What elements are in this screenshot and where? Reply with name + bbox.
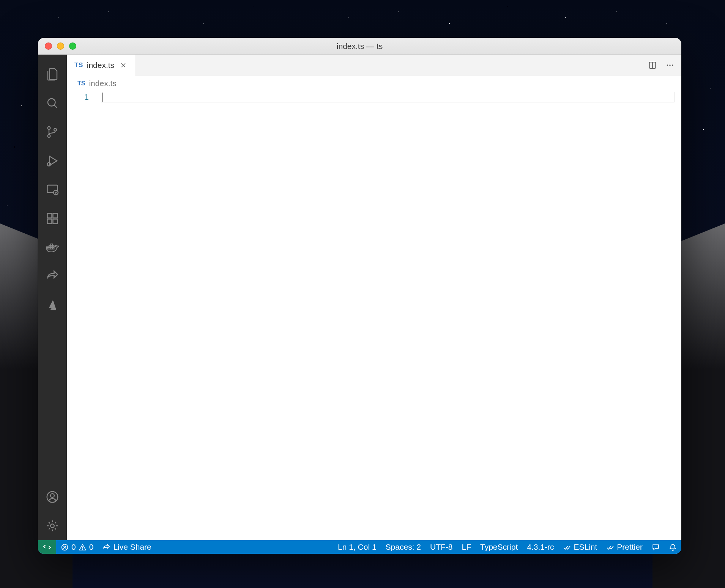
- line-number-gutter: 1: [67, 91, 101, 540]
- breadcrumb[interactable]: TS index.ts: [67, 76, 681, 91]
- remote-icon: [43, 543, 51, 551]
- azure-icon: [46, 298, 59, 312]
- split-editor-icon: [648, 61, 657, 69]
- git-branch-icon: [46, 125, 59, 139]
- activity-extensions[interactable]: [38, 204, 67, 233]
- window-minimize-button[interactable]: [57, 42, 64, 50]
- svg-point-0: [48, 99, 55, 106]
- activity-source-control[interactable]: [38, 118, 67, 146]
- status-remote-button[interactable]: [38, 540, 56, 554]
- line-number: 1: [67, 93, 89, 102]
- editor-actions: [645, 55, 681, 76]
- svg-point-15: [50, 524, 54, 528]
- activity-settings[interactable]: [38, 511, 67, 540]
- status-feedback[interactable]: [647, 540, 664, 554]
- activity-search[interactable]: [38, 89, 67, 118]
- svg-point-3: [48, 135, 50, 137]
- activity-run-debug[interactable]: [38, 146, 67, 175]
- window-controls: [45, 42, 76, 50]
- files-icon: [46, 68, 59, 81]
- activity-explorer[interactable]: [38, 60, 67, 89]
- tab-close-button[interactable]: [118, 60, 129, 71]
- status-language-mode[interactable]: TypeScript: [476, 540, 522, 554]
- status-error-count: 0: [71, 542, 76, 552]
- status-problems[interactable]: 0 0: [56, 540, 98, 554]
- svg-point-14: [50, 494, 54, 497]
- status-eol[interactable]: LF: [457, 540, 476, 554]
- current-line-highlight: [101, 92, 675, 102]
- live-share-icon: [102, 543, 110, 551]
- status-live-share[interactable]: Live Share: [98, 540, 156, 554]
- text-cursor: [102, 93, 102, 102]
- svg-rect-9: [47, 214, 52, 218]
- status-prettier[interactable]: Prettier: [602, 540, 647, 554]
- status-typescript-version[interactable]: 4.3.1-rc: [522, 540, 558, 554]
- warning-icon: [79, 543, 87, 551]
- svg-point-27: [82, 549, 83, 549]
- split-editor-button[interactable]: [645, 58, 660, 73]
- editor-more-actions-button[interactable]: [662, 58, 678, 73]
- window-zoom-button[interactable]: [69, 42, 76, 50]
- typescript-file-icon: TS: [74, 61, 83, 69]
- breadcrumb-filename: index.ts: [89, 79, 116, 88]
- activity-docker[interactable]: [38, 233, 67, 262]
- activity-live-share[interactable]: [38, 262, 67, 291]
- ellipsis-icon: [666, 61, 674, 69]
- svg-point-6: [47, 163, 51, 166]
- tab-filename: index.ts: [87, 61, 114, 70]
- svg-point-21: [669, 64, 671, 66]
- svg-rect-10: [47, 219, 52, 224]
- status-notifications[interactable]: [664, 540, 681, 554]
- activity-azure[interactable]: [38, 291, 67, 319]
- status-live-share-label: Live Share: [113, 542, 151, 552]
- svg-point-2: [48, 127, 50, 129]
- activity-accounts[interactable]: [38, 483, 67, 511]
- error-icon: [61, 543, 69, 551]
- vscode-window: index.ts — ts: [38, 38, 681, 554]
- svg-point-4: [54, 129, 57, 131]
- gear-icon: [46, 519, 59, 533]
- bell-icon: [669, 543, 677, 551]
- extensions-icon: [46, 212, 59, 225]
- status-cursor-position[interactable]: Ln 1, Col 1: [333, 540, 381, 554]
- status-warning-count: 0: [89, 542, 94, 552]
- status-eslint[interactable]: ESLint: [558, 540, 602, 554]
- play-bug-icon: [46, 154, 59, 168]
- window-titlebar[interactable]: index.ts — ts: [38, 38, 681, 55]
- window-title: index.ts — ts: [38, 42, 681, 51]
- code-surface[interactable]: [101, 91, 681, 540]
- activity-remote-explorer[interactable]: [38, 175, 67, 204]
- editor-tab-bar: TS index.ts: [67, 55, 681, 76]
- svg-line-1: [54, 105, 57, 108]
- text-editor[interactable]: 1: [67, 91, 681, 540]
- docker-whale-icon: [46, 241, 59, 254]
- status-bar: 0 0 Live Share Ln 1, Col 1 Spaces: 2 UTF…: [38, 540, 681, 554]
- account-icon: [46, 490, 59, 504]
- double-check-icon: [563, 543, 571, 551]
- editor-group: TS index.ts TS ind: [67, 55, 681, 540]
- window-close-button[interactable]: [45, 42, 52, 50]
- share-arrow-icon: [46, 269, 59, 283]
- status-encoding[interactable]: UTF-8: [426, 540, 457, 554]
- status-indentation[interactable]: Spaces: 2: [381, 540, 426, 554]
- svg-rect-12: [53, 214, 58, 218]
- typescript-file-icon: TS: [77, 80, 85, 87]
- search-icon: [46, 96, 59, 110]
- remote-monitor-icon: [46, 183, 59, 197]
- svg-point-20: [667, 64, 668, 66]
- close-icon: [120, 62, 126, 68]
- activity-bar: [38, 55, 67, 540]
- editor-tab-index-ts[interactable]: TS index.ts: [67, 55, 135, 76]
- svg-rect-11: [53, 219, 58, 224]
- feedback-icon: [652, 543, 660, 551]
- svg-point-22: [672, 64, 673, 66]
- double-check-icon: [606, 543, 614, 551]
